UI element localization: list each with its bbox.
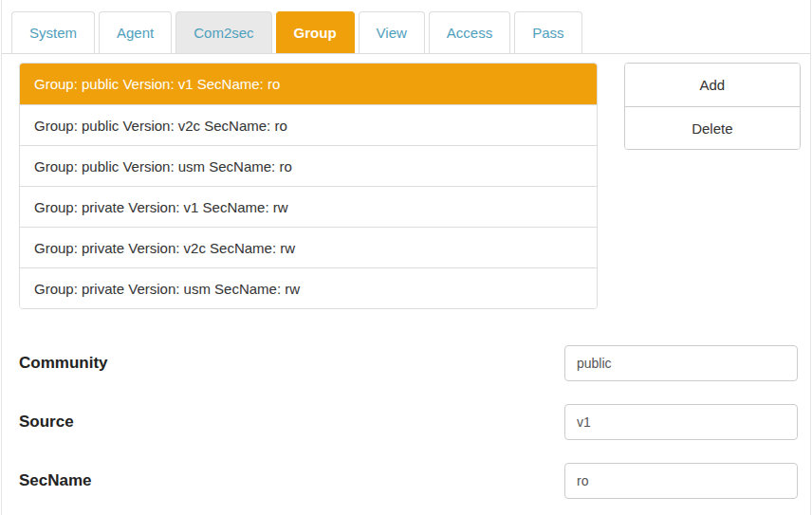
community-input[interactable]: [564, 345, 798, 381]
list-item[interactable]: Group: public Version: v1 SecName: ro: [20, 64, 597, 104]
community-label: Community: [19, 354, 108, 373]
source-label: Source: [19, 413, 74, 432]
list-item[interactable]: Group: private Version: v2c SecName: rw: [20, 227, 597, 267]
form-row-community: Community: [19, 345, 801, 381]
list-and-actions-row: Group: public Version: v1 SecName: ro Gr…: [19, 63, 801, 309]
add-button[interactable]: Add: [625, 64, 800, 106]
tab-agent[interactable]: Agent: [99, 11, 172, 53]
tab-pass[interactable]: Pass: [514, 11, 581, 53]
group-list: Group: public Version: v1 SecName: ro Gr…: [19, 63, 598, 309]
tab-view[interactable]: View: [359, 11, 425, 53]
tab-com2sec[interactable]: Com2sec: [175, 11, 271, 53]
tab-group[interactable]: Group: [276, 11, 355, 53]
list-item[interactable]: Group: public Version: usm SecName: ro: [20, 145, 597, 186]
tab-system[interactable]: System: [11, 11, 95, 53]
group-form: Community Source SecName: [19, 345, 801, 499]
secname-input[interactable]: [564, 463, 798, 499]
list-item[interactable]: Group: private Version: usm SecName: rw: [20, 267, 597, 308]
tab-bar: System Agent Com2sec Group View Access P…: [2, 0, 810, 54]
form-row-source: Source: [19, 404, 801, 440]
list-item[interactable]: Group: private Version: v1 SecName: rw: [20, 186, 597, 227]
list-action-buttons: Add Delete: [624, 63, 801, 150]
tab-access[interactable]: Access: [429, 11, 510, 53]
list-item[interactable]: Group: public Version: v2c SecName: ro: [20, 104, 597, 145]
delete-button[interactable]: Delete: [625, 106, 800, 149]
source-input[interactable]: [564, 404, 798, 440]
form-row-secname: SecName: [19, 463, 801, 499]
secname-label: SecName: [19, 471, 92, 490]
config-panel: System Agent Com2sec Group View Access P…: [1, 0, 811, 515]
tab-content-group: Group: public Version: v1 SecName: ro Gr…: [2, 54, 810, 499]
